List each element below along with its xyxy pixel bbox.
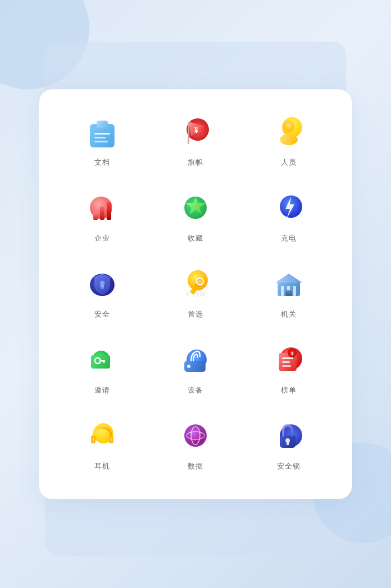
icon-item-charge[interactable]: 充电: [242, 188, 335, 243]
icon-item-earphone[interactable]: 耳机: [56, 415, 149, 471]
icon-item-data[interactable]: 数据: [149, 415, 242, 471]
document-label: 文档: [94, 157, 110, 168]
collect-icon: [175, 188, 216, 228]
agency-icon: [269, 264, 309, 304]
svg-rect-14: [107, 202, 111, 220]
agency-label: 机关: [281, 309, 297, 319]
svg-point-23: [197, 278, 203, 285]
svg-rect-56: [287, 442, 289, 445]
data-icon: [175, 415, 216, 456]
invite-label: 邀请: [94, 385, 110, 395]
collect-label: 收藏: [188, 233, 203, 243]
charge-label: 充电: [281, 233, 297, 243]
svg-rect-28: [293, 286, 296, 296]
safelock-icon: [269, 415, 309, 456]
icon-item-security[interactable]: 安全: [56, 264, 149, 319]
enterprise-icon: [82, 188, 122, 228]
earphone-label: 耳机: [94, 461, 110, 471]
svg-rect-47: [109, 436, 113, 443]
svg-rect-42: [282, 365, 291, 367]
person-icon: [269, 112, 309, 152]
svg-rect-46: [91, 436, 96, 443]
svg-rect-7: [188, 122, 189, 144]
icon-item-document[interactable]: 文档: [56, 112, 149, 168]
svg-rect-26: [281, 286, 284, 296]
icon-item-agency[interactable]: 机关: [242, 264, 335, 319]
svg-rect-41: [282, 361, 290, 363]
security-icon: [82, 264, 122, 304]
person-label: 人员: [281, 157, 297, 168]
svg-rect-4: [94, 141, 108, 142]
svg-rect-40: [282, 357, 293, 359]
svg-rect-1: [97, 121, 108, 128]
icon-item-enterprise[interactable]: 企业: [56, 188, 149, 243]
svg-point-37: [187, 365, 190, 368]
rank-icon: 1: [269, 340, 309, 380]
icon-item-preference[interactable]: 首选: [149, 264, 242, 319]
security-label: 安全: [94, 309, 110, 319]
icon-grid: 文档 ¥: [56, 112, 335, 471]
svg-rect-13: [100, 207, 104, 220]
data-label: 数据: [188, 461, 203, 471]
icon-card: 文档 ¥: [39, 89, 352, 499]
flag-icon: ¥: [175, 112, 216, 152]
invite-icon: [82, 340, 122, 380]
svg-text:1: 1: [290, 351, 293, 356]
svg-point-9: [283, 121, 294, 132]
svg-rect-21: [101, 285, 104, 289]
device-icon: [175, 340, 216, 380]
earphone-icon: [82, 415, 122, 456]
icon-item-collect[interactable]: 收藏: [149, 188, 242, 243]
svg-point-10: [280, 134, 298, 145]
document-icon: [82, 112, 122, 152]
svg-rect-12: [93, 212, 98, 220]
icon-item-invite[interactable]: 邀请: [56, 340, 149, 395]
icon-item-device[interactable]: 设备: [149, 340, 242, 395]
rank-label: 榜单: [281, 385, 297, 395]
enterprise-label: 企业: [94, 233, 110, 243]
safelock-label: 安全锁: [277, 461, 301, 471]
charge-icon: [269, 188, 309, 228]
svg-rect-3: [94, 137, 106, 138]
device-label: 设备: [188, 385, 203, 395]
icon-item-safelock[interactable]: 安全锁: [242, 415, 335, 471]
svg-marker-25: [275, 274, 302, 283]
preference-icon: [175, 264, 216, 304]
icon-item-flag[interactable]: ¥ 旗帜: [149, 112, 242, 168]
preference-label: 首选: [188, 309, 203, 319]
icon-item-person[interactable]: 人员: [242, 112, 335, 168]
svg-rect-29: [285, 290, 292, 296]
flag-label: 旗帜: [188, 157, 203, 168]
svg-rect-34: [103, 360, 105, 363]
svg-rect-2: [94, 133, 110, 135]
icon-item-rank[interactable]: 1: [242, 340, 335, 395]
svg-text:¥: ¥: [194, 126, 198, 135]
